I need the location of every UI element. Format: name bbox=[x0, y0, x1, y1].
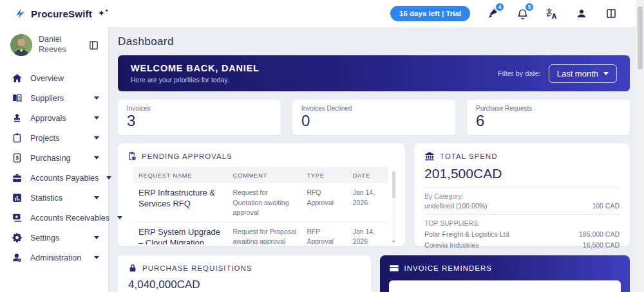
welcome-subtitle: Here are your priorities for today. bbox=[131, 76, 260, 84]
page-scrollbar[interactable] bbox=[636, 0, 644, 292]
supplier-row: Corevia Industries 16,500 CAD bbox=[424, 241, 620, 249]
welcome-title: WELCOME BACK, DANIEL bbox=[131, 63, 260, 73]
pending-approvals-table[interactable]: REQUEST NAME COMMENT TYPE DATE ERP Infra… bbox=[133, 167, 396, 244]
svg-text:A: A bbox=[551, 13, 556, 20]
main-content: Dashboard WELCOME BACK, DANIEL Here are … bbox=[108, 27, 636, 292]
user-card[interactable]: Daniel Reeves bbox=[0, 27, 108, 63]
table-scrollbar[interactable] bbox=[392, 170, 396, 242]
sidebar-item-suppliers[interactable]: Suppliers bbox=[0, 88, 108, 108]
sidebar-item-administration[interactable]: Administration bbox=[0, 248, 108, 268]
trial-badge[interactable]: 16 days left | Trial bbox=[390, 6, 470, 21]
scroll-down-icon bbox=[392, 241, 395, 243]
top-bar: ProcureSwift ✦✦ 16 days left | Trial 4 5… bbox=[0, 0, 644, 27]
total-spend-title: TOTAL SPEND bbox=[440, 152, 497, 160]
total-spend-amount: 201,500CAD bbox=[424, 166, 620, 181]
user-name: Daniel Reeves bbox=[39, 35, 82, 55]
chevron-down-icon bbox=[106, 176, 111, 179]
notifications-count: 5 bbox=[524, 2, 535, 12]
stat-card-invoices[interactable]: Invoices 3 bbox=[118, 100, 281, 135]
invoice-reminders-card: INVOICE REMINDERS INVOICE DUE AMOUNT DAY… bbox=[380, 255, 630, 292]
sidebar-item-statistics[interactable]: Statistics bbox=[0, 188, 108, 208]
page-scrollbar-thumb[interactable] bbox=[638, 6, 643, 69]
sparkle-icon: ✦✦ bbox=[98, 8, 109, 18]
admin-user-icon bbox=[12, 252, 23, 263]
person-icon bbox=[576, 8, 587, 19]
chevron-down-icon bbox=[117, 216, 122, 219]
table-row[interactable]: ERP System Upgrade – Cloud Migration Req… bbox=[133, 223, 388, 244]
chevron-down-icon bbox=[94, 136, 99, 140]
supplier-row: Polar Freight & Logistics Ltd. 185,000 C… bbox=[424, 230, 620, 238]
home-icon bbox=[12, 73, 23, 84]
gear-icon bbox=[12, 232, 23, 243]
announcements-button[interactable]: 4 bbox=[486, 6, 500, 21]
sidebar-item-overview[interactable]: Overview bbox=[0, 68, 108, 88]
sidebar-item-purchasing[interactable]: $ Purchasing bbox=[0, 148, 108, 168]
purchase-requisitions-title: PURCHASE REQUISITIONS bbox=[142, 264, 252, 272]
chevron-down-icon bbox=[94, 236, 99, 239]
payments-icon bbox=[12, 212, 23, 223]
briefcase-icon bbox=[12, 172, 23, 183]
invoice-reminders-title: INVOICE REMINDERS bbox=[404, 264, 493, 272]
chevron-down-icon bbox=[94, 116, 99, 120]
chevron-down-icon bbox=[94, 196, 99, 199]
sidebar-item-settings[interactable]: Settings bbox=[0, 228, 108, 248]
table-row[interactable]: ERP Infrastructure & Services RFQ Reques… bbox=[133, 183, 388, 223]
split-panel-icon bbox=[605, 8, 617, 19]
bar-chart-icon bbox=[12, 192, 23, 203]
clipboard-icon bbox=[12, 132, 23, 143]
split-panel-button[interactable] bbox=[604, 6, 618, 21]
suppliers-book-icon bbox=[12, 93, 23, 104]
lock-icon bbox=[128, 264, 137, 273]
approval-stamp-icon bbox=[12, 113, 23, 123]
notifications-button[interactable]: 5 bbox=[515, 6, 529, 21]
brand-name: ProcureSwift bbox=[31, 8, 92, 19]
pending-approvals-title: PENDING APPROVALS bbox=[142, 152, 232, 160]
pending-approvals-card: PENDING APPROVALS REQUEST NAME COMMENT T… bbox=[118, 143, 405, 246]
chevron-down-icon bbox=[94, 256, 99, 259]
purchase-requisitions-amount: 4,040,000CAD bbox=[128, 278, 361, 291]
sidebar-item-accounts-payables[interactable]: Accounts Payables bbox=[0, 168, 108, 188]
chevron-down-icon bbox=[94, 96, 99, 100]
top-suppliers-label: TOP SUPPLIERS: bbox=[424, 219, 620, 227]
table-scrollbar-thumb[interactable] bbox=[392, 171, 395, 198]
sidebar-item-projects[interactable]: Projects bbox=[0, 128, 108, 148]
chevron-down-icon bbox=[94, 156, 99, 160]
table-header: REQUEST NAME COMMENT TYPE DATE bbox=[133, 167, 388, 183]
stat-card-purchase-requests[interactable]: Purchase Requests 6 bbox=[467, 100, 630, 135]
purchase-requisitions-card: PURCHASE REQUISITIONS 4,040,000CAD bbox=[118, 255, 371, 292]
by-category-label: By Category: bbox=[424, 192, 620, 200]
language-button[interactable]: 文A bbox=[545, 6, 559, 21]
avatar bbox=[10, 34, 32, 56]
category-row: undefined (100.00%) 100 CAD bbox=[424, 202, 620, 210]
sidebar-item-accounts-receivables[interactable]: Accounts Receivables bbox=[0, 208, 108, 228]
sidebar-item-approvals[interactable]: Approvals bbox=[0, 108, 108, 128]
announcements-count: 4 bbox=[495, 2, 505, 12]
bank-icon bbox=[424, 151, 435, 161]
chevron-down-icon bbox=[603, 72, 609, 75]
svg-text:$: $ bbox=[15, 155, 19, 161]
brand[interactable]: ProcureSwift ✦✦ bbox=[14, 8, 109, 20]
receipt-dollar-icon: $ bbox=[12, 152, 23, 163]
stat-card-invoices-declined[interactable]: Invoices Declined 0 bbox=[292, 100, 455, 135]
sidebar: Daniel Reeves Overview Suppliers bbox=[0, 27, 108, 292]
welcome-banner: WELCOME BACK, DANIEL Here are your prior… bbox=[118, 55, 630, 91]
translate-icon: 文A bbox=[545, 7, 559, 21]
invoice-reminders-panel: INVOICE DUE AMOUNT DAYS bbox=[389, 280, 621, 292]
stats-row: Invoices 3 Invoices Declined 0 Purchase … bbox=[118, 100, 630, 135]
date-filter-dropdown[interactable]: Last month bbox=[549, 64, 617, 83]
total-spend-card: TOTAL SPEND 201,500CAD By Category: unde… bbox=[414, 143, 630, 246]
pending-actions-icon bbox=[127, 151, 137, 161]
page-title: Dashboard bbox=[118, 35, 630, 48]
filter-by-date-label: Filter by date: bbox=[498, 69, 541, 77]
sidebar-collapse-button[interactable] bbox=[88, 40, 99, 51]
account-button[interactable] bbox=[574, 6, 589, 21]
collapse-panel-icon bbox=[88, 40, 99, 51]
sidebar-nav: Overview Suppliers Approvals Projects bbox=[0, 63, 108, 268]
brand-logo-icon bbox=[14, 8, 26, 20]
credit-card-icon bbox=[389, 263, 399, 273]
